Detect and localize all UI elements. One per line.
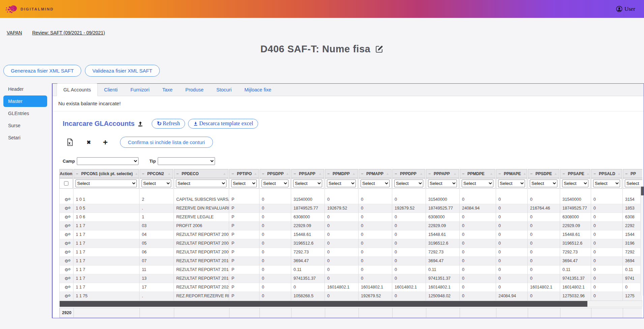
- row-actions-gears-icon[interactable]: ⚙⚙: [64, 204, 68, 213]
- row-actions-gears-icon[interactable]: ⚙⚙: [64, 239, 68, 248]
- edit-title-icon[interactable]: [375, 45, 384, 53]
- column-filter-select-pp_last[interactable]: Select: [625, 180, 642, 187]
- column-minus-icon[interactable]: −: [498, 171, 501, 176]
- sort-asc-icon[interactable]: ▲: [316, 172, 322, 175]
- sidebar-item-header[interactable]: Header: [3, 83, 47, 95]
- breadcrumb-link-vapan[interactable]: VAPAN: [7, 30, 22, 35]
- column-header-ppdeco[interactable]: −PPDECO▲: [174, 169, 228, 178]
- upload-icon[interactable]: [137, 121, 144, 127]
- vertical-scrollbar-thumb[interactable]: [641, 187, 644, 195]
- column-header-pppdpp[interactable]: −PPPDPP▲: [392, 169, 425, 178]
- column-header-pptipo[interactable]: −PPTIPO▲: [229, 169, 259, 178]
- column-header-ppcon1[interactable]: −PPCON1 (click pt. selectie)▲: [73, 169, 139, 178]
- excel-file-icon[interactable]: [67, 138, 73, 146]
- clear-grid-icon[interactable]: ✖: [87, 139, 91, 145]
- column-minus-icon[interactable]: −: [395, 171, 397, 176]
- column-filter-select-ppsald[interactable]: Select: [593, 180, 620, 187]
- app-logo[interactable]: DIGITALMIND: [0, 4, 54, 14]
- sort-asc-icon[interactable]: ▲: [488, 172, 493, 175]
- column-filter-select-ppsape[interactable]: Select: [562, 180, 588, 187]
- column-header-ppmape[interactable]: −PPMAPE▲: [496, 169, 527, 178]
- table-row[interactable]: ⚙⚙1 1 711REZULTAT REPORTAT 2014P00.11000…: [59, 266, 642, 274]
- vertical-scrollbar[interactable]: [640, 186, 644, 296]
- sort-asc-icon[interactable]: ▲: [552, 172, 557, 175]
- column-header-pppapp[interactable]: −PPPAPP▲: [426, 169, 459, 178]
- table-row[interactable]: ⚙⚙1 0 61REZERVE LEGALEP06308000000630800…: [59, 213, 642, 222]
- table-row[interactable]: ⚙⚙1 1 717REZULTAT REPORTAT 2020P00160148…: [59, 283, 642, 292]
- sort-asc-icon[interactable]: ▲: [165, 172, 171, 175]
- column-minus-icon[interactable]: −: [361, 171, 363, 176]
- row-actions-gears-icon[interactable]: ⚙⚙: [64, 213, 68, 221]
- tab-clienti[interactable]: Clienti: [98, 84, 124, 96]
- sort-asc-icon[interactable]: ▲: [133, 172, 138, 175]
- column-header-ppsdpe[interactable]: −PPSDPE▲: [528, 169, 559, 178]
- table-row[interactable]: ⚙⚙1 0 12CAPITAL SUBSCRIS VARSATP03154000…: [59, 195, 642, 204]
- column-minus-icon[interactable]: −: [232, 171, 234, 176]
- sort-asc-icon[interactable]: ▲: [384, 172, 389, 175]
- column-minus-icon[interactable]: −: [176, 171, 179, 176]
- horizontal-scrollbar[interactable]: [59, 301, 642, 307]
- column-filter-select-ppcon1[interactable]: Select: [75, 180, 137, 187]
- row-actions-gears-icon[interactable]: ⚙⚙: [64, 195, 68, 204]
- table-row[interactable]: ⚙⚙1 0 5.REZERVE DIN REVALUAREP018749525.…: [59, 204, 642, 213]
- column-header-ppsapp[interactable]: −PPSAPP▲: [291, 169, 324, 178]
- column-minus-icon[interactable]: −: [327, 171, 330, 176]
- table-row[interactable]: ⚙⚙1 1 704REZULTAT REPORTAT 2007P015448.6…: [59, 230, 642, 239]
- column-header-pp_last[interactable]: −PP▲: [623, 169, 642, 178]
- column-header-ppcon2[interactable]: −PPCON2▲: [140, 169, 173, 178]
- column-filter-select-ppdeco[interactable]: Select: [176, 180, 226, 187]
- table-row[interactable]: ⚙⚙1 1 713REZULTAT REPORTAT 2016P09741351…: [59, 274, 642, 283]
- sort-asc-icon[interactable]: ▲: [584, 172, 590, 175]
- table-row[interactable]: ⚙⚙1 1 706REZULTAT REPORTAT 2009P07292.73…: [59, 248, 642, 257]
- column-header-ppmdpe[interactable]: −PPMDPE▲: [460, 169, 495, 178]
- sort-asc-icon[interactable]: ▲: [418, 172, 423, 175]
- table-row[interactable]: ⚙⚙1 1 75.REZ.REPORT.REZERVE REEVALP01058…: [59, 292, 642, 301]
- select-all-checkbox[interactable]: [64, 181, 68, 186]
- column-minus-icon[interactable]: −: [428, 171, 431, 176]
- row-actions-gears-icon[interactable]: ⚙⚙: [64, 274, 68, 283]
- column-filter-select-ppcon2[interactable]: Select: [142, 180, 171, 187]
- tab-gl-accounts[interactable]: GL Accounts: [57, 83, 98, 96]
- sort-asc-icon[interactable]: ▲: [221, 172, 226, 175]
- camp-select[interactable]: [77, 157, 139, 165]
- column-minus-icon[interactable]: −: [76, 171, 78, 176]
- horizontal-scrollbar-thumb[interactable]: [60, 301, 587, 307]
- tab-mijloace-fixe[interactable]: Mijloace fixe: [238, 84, 278, 96]
- table-row[interactable]: ⚙⚙1 1 705REZULTAT REPORTAT 2008P03196512…: [59, 239, 642, 248]
- column-filter-select-ppsapp[interactable]: Select: [293, 180, 322, 187]
- row-actions-gears-icon[interactable]: ⚙⚙: [64, 248, 68, 256]
- column-filter-select-ppsdpp[interactable]: Select: [262, 180, 288, 187]
- column-filter-select-ppmapp[interactable]: Select: [361, 180, 390, 187]
- column-filter-select-pptipo[interactable]: Select: [231, 180, 257, 187]
- sidebar-item-setari[interactable]: Setari: [3, 132, 47, 143]
- sort-asc-icon[interactable]: ▲: [451, 172, 457, 175]
- row-actions-gears-icon[interactable]: ⚙⚙: [64, 283, 68, 292]
- validate-xml-button[interactable]: Valideaza fisier XML SAFT: [85, 65, 160, 77]
- breadcrumb-link-review[interactable]: Review: SAFT (09/2021 - 09/2021): [32, 30, 105, 35]
- row-actions-gears-icon[interactable]: ⚙⚙: [64, 257, 68, 265]
- column-header-ppsape[interactable]: −PPSAPE▲: [560, 169, 590, 178]
- column-filter-select-ppmdpe[interactable]: Select: [462, 180, 493, 187]
- column-filter-select-pppapp[interactable]: Select: [428, 180, 457, 187]
- sort-asc-icon[interactable]: ▲: [284, 172, 289, 175]
- column-minus-icon[interactable]: −: [562, 171, 565, 176]
- table-row[interactable]: ⚙⚙1 1 703PROFIT 2006P022929.0900022929.0…: [59, 222, 642, 230]
- tab-produse[interactable]: Produse: [179, 84, 210, 96]
- generate-xml-button[interactable]: Genereaza fisier XML SAFT: [3, 65, 81, 77]
- column-filter-select-ppsdpe[interactable]: Select: [530, 180, 557, 187]
- column-filter-select-ppmdpp[interactable]: Select: [327, 180, 356, 187]
- download-template-button[interactable]: Descarca template excel: [188, 119, 258, 129]
- tab-furnizori[interactable]: Furnizori: [124, 84, 156, 96]
- column-minus-icon[interactable]: −: [142, 171, 144, 176]
- row-actions-gears-icon[interactable]: ⚙⚙: [64, 230, 68, 239]
- row-actions-gears-icon[interactable]: ⚙⚙: [64, 266, 68, 274]
- sort-asc-icon[interactable]: ▲: [615, 172, 621, 175]
- tab-taxe[interactable]: Taxe: [156, 84, 179, 96]
- confirm-close-accounts-button[interactable]: Confirma si inchide lista de conturi: [120, 137, 213, 148]
- column-filter-select-pppdpp[interactable]: Select: [394, 180, 423, 187]
- sidebar-item-surse[interactable]: Surse: [3, 120, 47, 131]
- column-minus-icon[interactable]: −: [262, 171, 264, 176]
- column-minus-icon[interactable]: −: [294, 171, 296, 176]
- sidebar-item-master[interactable]: Master: [3, 95, 47, 107]
- sidebar-item-glentries[interactable]: GLEntries: [3, 108, 47, 119]
